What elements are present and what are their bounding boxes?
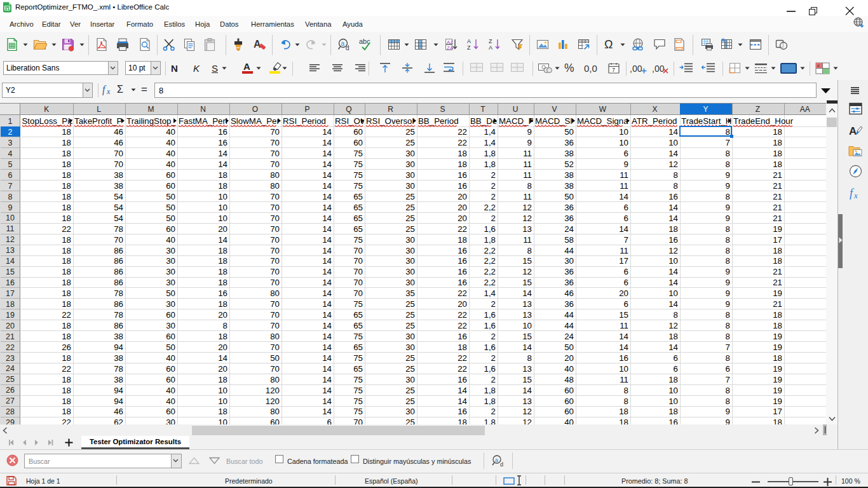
svg-text:A: A <box>849 125 857 137</box>
svg-text:Ω: Ω <box>604 38 613 51</box>
svg-text:A: A <box>467 38 471 44</box>
svg-text:Z: Z <box>489 38 492 44</box>
svg-text:7: 7 <box>612 67 615 73</box>
svg-text:AZ: AZ <box>447 39 453 45</box>
svg-text:≠: ≠ <box>817 64 820 68</box>
svg-text:ZA: ZA <box>447 45 454 51</box>
svg-text:A: A <box>254 39 261 50</box>
svg-text:d: d <box>500 461 503 467</box>
svg-text:Z: Z <box>467 44 471 51</box>
svg-text:a: a <box>341 40 345 47</box>
svg-text:d: d <box>346 44 349 51</box>
svg-text:A: A <box>489 44 492 51</box>
svg-text:a: a <box>495 457 498 463</box>
